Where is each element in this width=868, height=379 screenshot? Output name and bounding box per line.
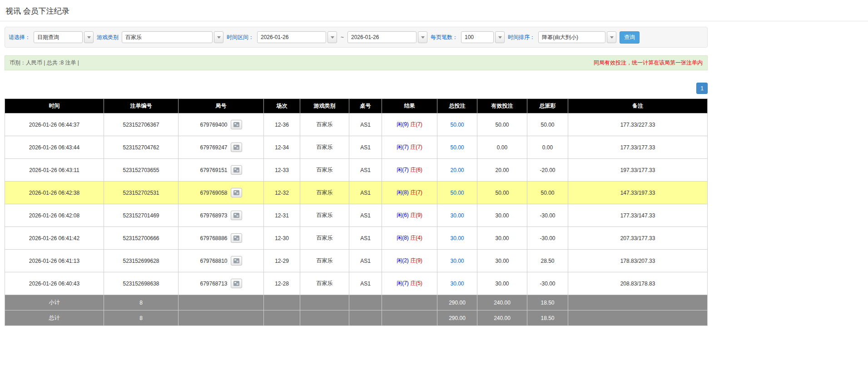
total-bet-link[interactable]: 30.00 bbox=[450, 212, 464, 219]
cell-result: 闲(8) 庄(7) bbox=[382, 182, 437, 204]
cell-round: 679769247 bbox=[179, 136, 264, 159]
cell-total-bet: 50.00 bbox=[437, 182, 477, 204]
cell-table-code: AS1 bbox=[349, 272, 382, 295]
table-row: 2026-01-26 06:41:42523152700666679768886… bbox=[5, 227, 708, 250]
combo-date-to-value[interactable]: 2026-01-26 bbox=[347, 31, 417, 43]
chevron-down-icon[interactable] bbox=[327, 31, 337, 43]
result-player: 闲(6) bbox=[397, 212, 409, 218]
table-header-row: 时间注单编号局号场次游戏类别桌号结果总投注有效投注总派彩备注 bbox=[5, 99, 708, 113]
result-banker: 庄(7) bbox=[410, 189, 422, 196]
cell-total-bet: 50.00 bbox=[437, 113, 477, 136]
video-replay-icon[interactable] bbox=[231, 143, 242, 152]
combo-query-type[interactable]: 日期查询 bbox=[34, 31, 94, 43]
cell-table-code: AS1 bbox=[349, 227, 382, 250]
result-banker: 庄(9) bbox=[410, 212, 422, 218]
cell-total-bet: 30.00 bbox=[437, 250, 477, 272]
chevron-down-icon[interactable] bbox=[84, 31, 94, 43]
combo-page-size-value[interactable]: 100 bbox=[461, 31, 494, 43]
video-replay-icon[interactable] bbox=[231, 165, 242, 175]
column-header-8: 总投注 bbox=[437, 99, 477, 113]
combo-game-type[interactable]: 百家乐 bbox=[122, 31, 223, 43]
chevron-down-icon[interactable] bbox=[418, 31, 427, 43]
filter-label-game: 游戏类别 bbox=[97, 34, 119, 41]
result-banker: 庄(5) bbox=[410, 280, 422, 286]
cell-result: 闲(7) 庄(7) bbox=[382, 136, 437, 159]
round-number: 679768810 bbox=[200, 258, 227, 264]
cell-valid-bet: 50.00 bbox=[477, 113, 527, 136]
cell-result: 闲(7) 庄(5) bbox=[382, 272, 437, 295]
cell-round: 679768810 bbox=[179, 250, 264, 272]
search-button[interactable]: 查询 bbox=[620, 31, 640, 44]
table-row: 2026-01-26 06:44:37523152706367679769400… bbox=[5, 113, 708, 136]
cell-game: 百家乐 bbox=[300, 113, 349, 136]
result-banker: 庄(9) bbox=[410, 257, 422, 264]
combo-page-size[interactable]: 100 bbox=[461, 31, 505, 43]
cell-remark: 178.83/207.33 bbox=[568, 250, 708, 272]
cell-result: 闲(9) 庄(7) bbox=[382, 113, 437, 136]
cell-remark: 207.33/177.33 bbox=[568, 227, 708, 250]
summary-bar: 币别：人民币 | 总共 :8 注单 | 同局有效投注，统一计算在该局第一张注单内 bbox=[5, 55, 708, 70]
subtotal-label: 小计 bbox=[5, 295, 104, 310]
total-bet-link[interactable]: 50.00 bbox=[450, 190, 464, 196]
combo-date-from[interactable]: 2026-01-26 bbox=[257, 31, 337, 43]
cell-total-bet: 30.00 bbox=[437, 204, 477, 227]
cell-round: 679769058 bbox=[179, 182, 264, 204]
total-payout: 18.50 bbox=[527, 310, 568, 326]
round-number: 679768886 bbox=[200, 235, 227, 241]
chevron-down-icon[interactable] bbox=[214, 31, 223, 43]
combo-query-type-value[interactable]: 日期查询 bbox=[34, 31, 83, 43]
cell-session: 12-30 bbox=[264, 227, 300, 250]
cell-session: 12-32 bbox=[264, 182, 300, 204]
cell-payout: 28.50 bbox=[527, 250, 568, 272]
cell-bet-id: 523152703655 bbox=[104, 159, 179, 182]
total-bet-link[interactable]: 20.00 bbox=[450, 167, 464, 173]
cell-time: 2026-01-26 06:44:37 bbox=[5, 113, 104, 136]
cell-payout: 50.00 bbox=[527, 113, 568, 136]
subtotal-row: 小计 8 290.00 240.00 18.50 bbox=[5, 295, 708, 310]
video-replay-icon[interactable] bbox=[231, 120, 242, 129]
video-replay-icon[interactable] bbox=[231, 188, 242, 197]
table-body: 2026-01-26 06:44:37523152706367679769400… bbox=[5, 113, 708, 295]
cell-valid-bet: 30.00 bbox=[477, 227, 527, 250]
video-replay-icon[interactable] bbox=[231, 211, 242, 220]
cell-session: 12-28 bbox=[264, 272, 300, 295]
cell-bet-id: 523152701469 bbox=[104, 204, 179, 227]
chevron-down-icon[interactable] bbox=[607, 31, 616, 43]
combo-date-from-value[interactable]: 2026-01-26 bbox=[257, 31, 326, 43]
cell-round: 679768886 bbox=[179, 227, 264, 250]
result-player: 闲(7) bbox=[397, 167, 409, 173]
table-footer: 小计 8 290.00 240.00 18.50 总计 8 290.00 240… bbox=[5, 295, 708, 326]
video-replay-icon[interactable] bbox=[231, 256, 242, 266]
cell-result: 闲(7) 庄(6) bbox=[382, 159, 437, 182]
column-header-9: 有效投注 bbox=[477, 99, 527, 113]
cell-table-code: AS1 bbox=[349, 250, 382, 272]
combo-game-type-value[interactable]: 百家乐 bbox=[122, 31, 213, 43]
combo-time-sort[interactable]: 降幂(由大到小) bbox=[538, 31, 616, 43]
column-header-7: 结果 bbox=[382, 99, 437, 113]
content: 请选择： 日期查询 游戏类别 百家乐 时间区间： 2026-01-26 ~ 20… bbox=[5, 27, 708, 379]
cell-payout: -30.00 bbox=[527, 272, 568, 295]
cell-result: 闲(2) 庄(9) bbox=[382, 250, 437, 272]
subtotal-payout: 18.50 bbox=[527, 295, 568, 310]
video-replay-icon[interactable] bbox=[231, 279, 242, 288]
page-button-1[interactable]: 1 bbox=[696, 83, 708, 94]
chevron-down-icon[interactable] bbox=[495, 31, 505, 43]
video-replay-icon[interactable] bbox=[231, 233, 242, 243]
total-bet-link[interactable]: 50.00 bbox=[450, 122, 464, 128]
cell-table-code: AS1 bbox=[349, 113, 382, 136]
round-number: 679769400 bbox=[200, 122, 227, 128]
table-row: 2026-01-26 06:40:43523152698638679768713… bbox=[5, 272, 708, 295]
result-player: 闲(2) bbox=[397, 257, 409, 264]
total-bet-link[interactable]: 30.00 bbox=[450, 258, 464, 264]
total-bet-link[interactable]: 50.00 bbox=[450, 144, 464, 151]
total-total-bet: 290.00 bbox=[437, 310, 477, 326]
combo-time-sort-value[interactable]: 降幂(由大到小) bbox=[538, 31, 605, 43]
cell-game: 百家乐 bbox=[300, 204, 349, 227]
combo-date-to[interactable]: 2026-01-26 bbox=[347, 31, 427, 43]
cell-payout: 0.00 bbox=[527, 136, 568, 159]
result-banker: 庄(4) bbox=[410, 235, 422, 241]
cell-valid-bet: 30.00 bbox=[477, 204, 527, 227]
total-bet-link[interactable]: 30.00 bbox=[450, 235, 464, 241]
total-bet-link[interactable]: 30.00 bbox=[450, 281, 464, 287]
result-player: 闲(7) bbox=[397, 144, 409, 150]
